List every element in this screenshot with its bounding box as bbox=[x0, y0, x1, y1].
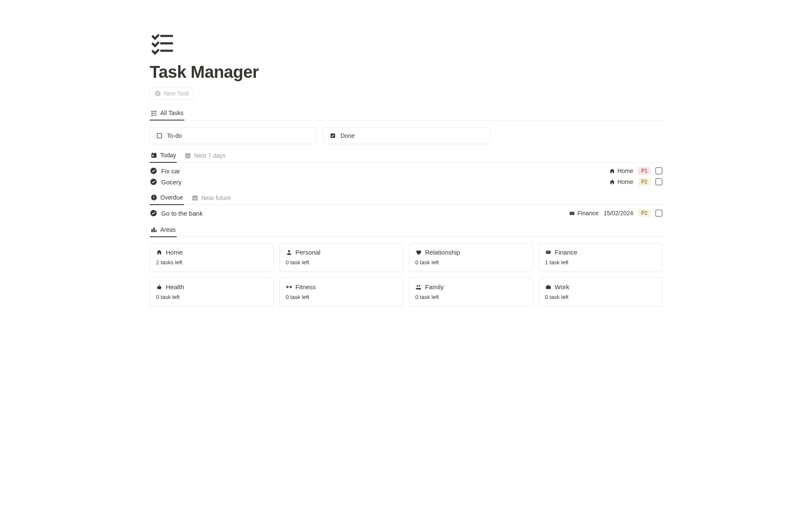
area-card-sub: 2 tasks left bbox=[156, 259, 267, 266]
area-card[interactable]: Family 0 task left bbox=[409, 278, 533, 307]
area-card-name: Fitness bbox=[296, 283, 316, 290]
status-todo-label: To-do bbox=[167, 132, 182, 139]
status-done-card[interactable]: Done bbox=[323, 127, 490, 144]
priority-badge: P2 bbox=[638, 209, 650, 217]
tab-areas-label: Areas bbox=[160, 226, 176, 233]
area-card-name: Home bbox=[166, 249, 183, 256]
tab-next7[interactable]: Next 7 days bbox=[184, 149, 226, 162]
page-icon bbox=[150, 30, 662, 59]
area-card[interactable]: Work 0 task left bbox=[539, 278, 663, 307]
overdue-task-list: Go to the bank Finance 15/02/2024 P2 bbox=[150, 208, 662, 219]
task-row[interactable]: Gocery Home P2 bbox=[150, 176, 662, 187]
card-icon bbox=[569, 210, 575, 217]
overdue-tabs: Overdue Near future bbox=[150, 192, 662, 205]
task-checkbox[interactable] bbox=[656, 178, 662, 185]
area-card-sub: 1 task left bbox=[545, 259, 656, 266]
area-card[interactable]: Health 0 task left bbox=[150, 278, 274, 307]
new-task-label: New Task bbox=[164, 90, 189, 97]
area-card[interactable]: Home 2 tasks left bbox=[150, 243, 274, 272]
area-card-name: Personal bbox=[296, 249, 321, 256]
new-task-button[interactable]: New Task bbox=[150, 88, 194, 99]
calendar-grid-icon bbox=[192, 195, 198, 201]
task-checkbox[interactable] bbox=[656, 210, 662, 217]
area-grid: Home 2 tasks left Personal 0 task left R… bbox=[150, 243, 662, 307]
task-area-pill[interactable]: Home bbox=[609, 178, 633, 185]
check-circle-icon bbox=[154, 90, 161, 97]
status-done-label: Done bbox=[340, 132, 354, 139]
area-card-sub: 0 task left bbox=[415, 259, 527, 266]
task-area-label: Home bbox=[617, 167, 633, 174]
task-area-label: Finance bbox=[577, 210, 598, 217]
tab-near-future[interactable]: Near future bbox=[191, 192, 232, 205]
today-tabs: Today Next 7 days bbox=[150, 149, 662, 163]
priority-badge: P2 bbox=[638, 178, 650, 186]
task-date: 15/02/2024 bbox=[604, 210, 633, 217]
calendar-grid-icon bbox=[184, 152, 191, 159]
tab-areas[interactable]: Areas bbox=[150, 224, 177, 237]
tab-near-future-label: Near future bbox=[201, 195, 231, 201]
task-area-pill[interactable]: Home bbox=[609, 167, 633, 174]
home-icon bbox=[609, 179, 615, 185]
all-tasks-tabs: All Tasks bbox=[150, 107, 662, 121]
task-area-label: Home bbox=[617, 178, 633, 185]
task-title: Gocery bbox=[161, 178, 181, 186]
check-circle-icon bbox=[150, 178, 157, 186]
area-card-name: Health bbox=[166, 283, 184, 290]
area-card[interactable]: Relationship 0 task left bbox=[409, 243, 533, 272]
briefcase-icon bbox=[545, 284, 551, 290]
today-task-list: Fix car Home P1 Gocery Home P2 bbox=[150, 165, 662, 187]
area-card-name: Family bbox=[425, 283, 444, 290]
city-icon bbox=[151, 226, 157, 233]
task-checkbox[interactable] bbox=[656, 167, 662, 174]
calendar-day-icon bbox=[151, 152, 157, 159]
home-icon bbox=[609, 168, 615, 174]
person-icon bbox=[286, 249, 292, 255]
tab-overdue[interactable]: Overdue bbox=[150, 192, 184, 205]
area-card-name: Relationship bbox=[425, 249, 460, 256]
square-icon bbox=[156, 132, 163, 139]
status-cards: To-do Done bbox=[150, 127, 662, 144]
task-area-pill[interactable]: Finance bbox=[569, 210, 598, 217]
areas-tabs: Areas bbox=[150, 224, 662, 237]
tab-today-label: Today bbox=[160, 152, 176, 159]
exclaim-icon bbox=[151, 194, 157, 201]
area-card-sub: 0 task left bbox=[545, 294, 656, 300]
people-icon bbox=[415, 284, 422, 290]
dumbbell-icon bbox=[286, 284, 292, 290]
tab-all-tasks-label: All Tasks bbox=[160, 110, 184, 116]
task-row[interactable]: Fix car Home P1 bbox=[150, 165, 662, 176]
area-card-name: Work bbox=[555, 283, 570, 290]
status-todo-card[interactable]: To-do bbox=[150, 127, 317, 144]
square-check-icon bbox=[329, 132, 336, 139]
task-title: Fix car bbox=[161, 167, 180, 175]
area-card-name: Finance bbox=[555, 249, 577, 256]
home-icon bbox=[156, 249, 162, 255]
area-card-sub: 0 task left bbox=[286, 259, 397, 266]
page-title: Task Manager bbox=[150, 63, 662, 82]
area-card[interactable]: Fitness 0 task left bbox=[280, 278, 403, 307]
card-icon bbox=[545, 249, 551, 255]
area-card-sub: 0 task left bbox=[156, 294, 267, 300]
tab-overdue-label: Overdue bbox=[160, 194, 183, 201]
check-circle-icon bbox=[150, 167, 157, 175]
heart-icon bbox=[415, 249, 422, 255]
task-row[interactable]: Go to the bank Finance 15/02/2024 P2 bbox=[150, 208, 662, 219]
apple-icon bbox=[156, 284, 162, 290]
task-title: Go to the bank bbox=[161, 210, 203, 217]
check-circle-icon bbox=[150, 209, 157, 217]
area-card[interactable]: Personal 0 task left bbox=[280, 243, 403, 272]
tab-next7-label: Next 7 days bbox=[194, 152, 225, 159]
area-card-sub: 0 task left bbox=[415, 294, 527, 300]
checklist-icon bbox=[151, 110, 157, 116]
area-card[interactable]: Finance 1 task left bbox=[539, 243, 663, 272]
area-card-sub: 0 task left bbox=[286, 294, 397, 300]
priority-badge: P1 bbox=[638, 167, 650, 175]
tab-today[interactable]: Today bbox=[150, 149, 177, 163]
tab-all-tasks[interactable]: All Tasks bbox=[150, 107, 184, 121]
